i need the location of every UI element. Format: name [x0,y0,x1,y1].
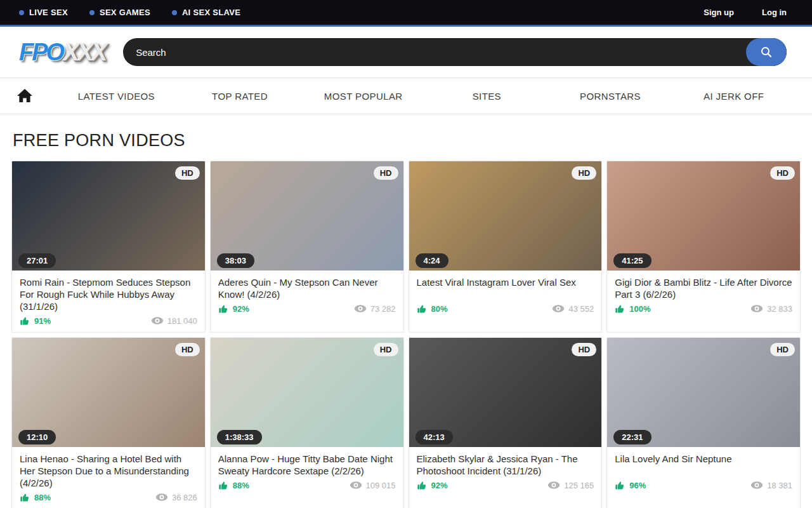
search-icon [759,45,773,59]
video-card[interactable]: HD 41:25 Gigi Dior & Bambi Blitz - Life … [606,161,801,333]
video-card[interactable]: HD 42:13 Elizabeth Skylar & Jessica Ryan… [409,337,603,508]
video-stats: 91% 181 040 [20,316,197,326]
video-card[interactable]: HD 27:01 Romi Rain - Stepmom Seduces Ste… [11,161,206,333]
nav-item-home[interactable] [16,88,55,104]
like-rating: 80% [417,304,448,314]
view-counter: 73 282 [354,304,396,314]
video-info: Aderes Quin - My Stepson Can Never Know!… [211,271,403,320]
thumbs-up-icon [417,480,428,490]
hd-badge: HD [374,343,398,356]
like-percent: 92% [233,304,249,314]
video-grid: HD 27:01 Romi Rain - Stepmom Seduces Ste… [11,161,801,508]
video-stats: 92% 73 282 [218,304,396,314]
video-thumbnail[interactable]: HD 4:24 [409,161,602,271]
thumbs-up-icon [20,316,30,326]
view-count: 18 381 [767,481,792,490]
topbar-link-live-sex[interactable]: LIVE SEX [19,8,68,17]
login-link[interactable]: Log in [762,8,787,17]
eye-icon [151,316,164,325]
video-info: Lina Henao - Sharing a Hotel Bed with He… [12,447,205,508]
thumbs-up-icon [218,480,229,490]
video-info: Gigi Dior & Bambi Blitz - Life After Div… [607,271,800,320]
like-percent: 88% [233,481,249,490]
duration-badge: 38:03 [217,253,254,268]
signup-link[interactable]: Sign up [704,8,734,17]
view-counter: 125 165 [547,481,594,490]
video-card[interactable]: HD 22:31 Lila Lovely And Sir Neptune 96% [606,337,801,508]
thumbs-up-icon [417,304,428,314]
nav-item-top-rated[interactable]: TOP RATED [178,91,302,102]
video-info: Latest Viral Instagram Lover Viral Sex 8… [409,271,602,320]
video-title[interactable]: Latest Viral Instagram Lover Viral Sex [417,276,594,300]
video-title[interactable]: Elizabeth Skylar & Jessica Ryan - The Ph… [417,453,594,477]
video-stats: 88% 36 826 [20,492,197,502]
like-percent: 100% [629,304,650,314]
nav-item-latest-videos[interactable]: LATEST VIDEOS [55,91,178,102]
view-counter: 32 833 [750,304,792,314]
video-stats: 88% 109 015 [218,480,396,490]
view-count: 36 826 [172,493,197,502]
video-title[interactable]: Lina Henao - Sharing a Hotel Bed with He… [20,453,197,489]
hd-badge: HD [770,343,795,356]
view-counter: 181 040 [151,316,197,326]
nav-item-most-popular[interactable]: MOST POPULAR [301,91,425,102]
video-title[interactable]: Lila Lovely And Sir Neptune [615,453,792,477]
video-thumbnail[interactable]: HD 27:01 [12,161,205,271]
like-rating: 91% [20,316,51,326]
site-logo[interactable]: FPOXXX [19,39,105,66]
like-rating: 92% [417,480,448,490]
video-info: Lila Lovely And Sir Neptune 96% 18 381 [607,447,800,497]
video-info: Alanna Pow - Huge Titty Babe Date Night … [211,447,403,497]
video-card[interactable]: HD 4:24 Latest Viral Instagram Lover Vir… [409,161,603,333]
video-title[interactable]: Romi Rain - Stepmom Seduces Stepson For … [20,276,197,312]
video-title[interactable]: Aderes Quin - My Stepson Can Never Know!… [218,276,396,300]
nav-item-pornstars[interactable]: PORNSTARS [549,91,672,102]
view-count: 43 552 [568,304,594,314]
topbar-link-sex-games[interactable]: SEX GAMES [89,8,150,17]
video-card[interactable]: HD 1:38:33 Alanna Pow - Huge Titty Babe … [210,337,404,508]
topbar-link-label: LIVE SEX [29,8,68,17]
like-rating: 96% [615,480,646,490]
like-rating: 100% [615,304,650,314]
like-rating: 88% [20,492,51,502]
like-percent: 80% [431,304,448,314]
eye-icon [354,304,367,313]
hd-badge: HD [572,166,596,180]
duration-badge: 4:24 [416,253,449,268]
search-bar [123,38,787,66]
video-info: Elizabeth Skylar & Jessica Ryan - The Ph… [409,447,602,497]
topbar-link-label: SEX GAMES [100,8,150,17]
video-thumbnail[interactable]: HD 12:10 [12,338,205,447]
video-title[interactable]: Gigi Dior & Bambi Blitz - Life After Div… [615,276,792,300]
duration-badge: 12:10 [18,430,56,444]
video-thumbnail[interactable]: HD 1:38:33 [211,338,403,447]
search-button[interactable] [746,38,787,66]
duration-badge: 41:25 [613,253,651,268]
nav-item-sites[interactable]: SITES [425,91,549,102]
view-count: 73 282 [370,304,396,314]
video-thumbnail[interactable]: HD 22:31 [607,338,800,447]
video-thumbnail[interactable]: HD 42:13 [409,338,602,447]
video-thumbnail[interactable]: HD 41:25 [607,161,800,271]
home-icon [16,88,33,104]
topbar: LIVE SEX SEX GAMES AI SEX SLAVE Sign up … [0,0,812,27]
video-thumbnail[interactable]: HD 38:03 [211,161,403,271]
search-input[interactable] [123,38,787,66]
topbar-link-label: AI SEX SLAVE [182,8,240,17]
duration-badge: 1:38:33 [217,430,262,444]
topbar-link-ai-sex-slave[interactable]: AI SEX SLAVE [172,8,240,17]
main-nav: LATEST VIDEOS TOP RATED MOST POPULAR SIT… [0,77,812,114]
view-count: 181 040 [167,316,197,326]
video-card[interactable]: HD 38:03 Aderes Quin - My Stepson Can Ne… [210,161,404,333]
thumbs-up-icon [218,304,229,314]
video-title[interactable]: Alanna Pow - Huge Titty Babe Date Night … [218,453,396,477]
duration-badge: 27:01 [18,253,56,268]
video-card[interactable]: HD 12:10 Lina Henao - Sharing a Hotel Be… [11,337,206,508]
video-stats: 80% 43 552 [417,304,594,314]
view-counter: 18 381 [750,481,792,490]
eye-icon [750,304,763,313]
nav-item-ai-jerk-off[interactable]: AI JERK OFF [672,91,796,102]
thumbs-up-icon [20,492,30,502]
eye-icon [750,481,763,490]
site-header: FPOXXX [0,27,812,77]
